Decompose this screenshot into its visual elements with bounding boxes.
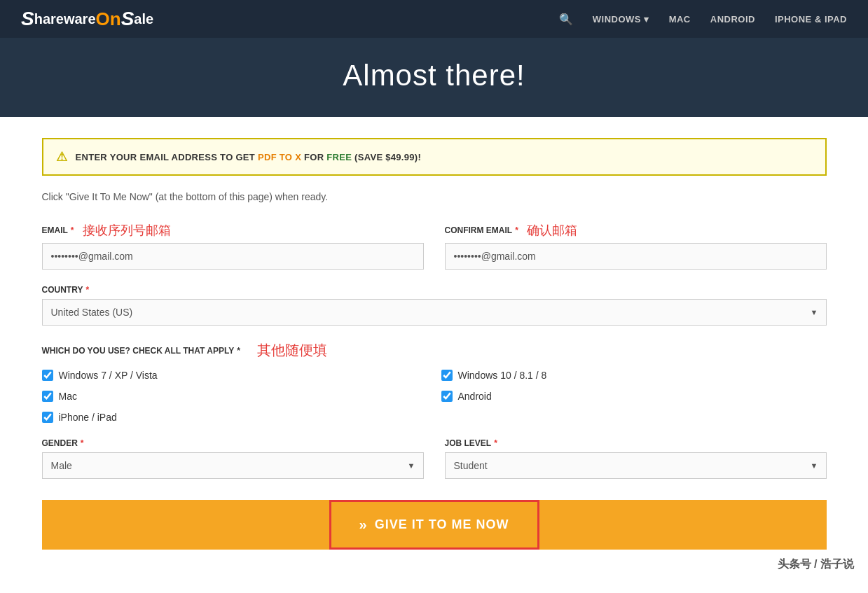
email-input[interactable] <box>42 243 424 270</box>
checkbox-android-input[interactable] <box>441 391 453 402</box>
logo[interactable]: S hareware O n S ale <box>21 8 153 30</box>
checkbox-windows-10: Windows 10 / 8.1 / 8 <box>441 370 827 381</box>
btn-section: » GIVE IT TO ME NOW <box>42 500 827 550</box>
nav-links: 🔍 WINDOWS ▾ MAC ANDROID IPHONE & IPAD <box>559 13 847 26</box>
country-label: COUNTRY* <box>42 285 827 295</box>
btn-outer: » GIVE IT TO ME NOW <box>42 500 827 550</box>
btn-left[interactable] <box>42 500 329 550</box>
checkbox-android: Android <box>441 391 827 402</box>
alert-box: ⚠ ENTER YOUR EMAIL ADDRESS TO GET PDF TO… <box>42 138 827 176</box>
country-select[interactable]: United States (US) United Kingdom (UK) C… <box>42 299 827 326</box>
job-level-col: JOB LEVEL* Student Entry Level Mid Level… <box>445 438 827 479</box>
checkbox-section: WHICH DO YOU USE? CHECK ALL THAT APPLY* … <box>42 341 827 423</box>
email-col: EMAIL* 接收序列号邮箱 <box>42 222 424 270</box>
give-it-to-me-now-button[interactable]: » GIVE IT TO ME NOW <box>333 504 535 545</box>
confirm-email-label: CONFIRM EMAIL* 确认邮箱 <box>445 222 827 239</box>
nav-iphone-ipad[interactable]: IPHONE & IPAD <box>775 14 847 25</box>
other-hint: 其他随便填 <box>257 341 327 360</box>
checkbox-iphone-ipad: iPhone / iPad <box>42 412 427 423</box>
bottom-row: GENDER* Male Female Other Prefer not to … <box>42 438 827 479</box>
checkbox-grid: Windows 7 / XP / Vista Windows 10 / 8.1 … <box>42 370 827 423</box>
watermark: 头条号 / 浩子说 <box>778 557 854 571</box>
warning-icon: ⚠ <box>56 149 67 165</box>
confirm-email-input[interactable] <box>445 243 827 270</box>
hero-title: Almost there! <box>0 59 868 92</box>
confirm-email-col: CONFIRM EMAIL* 确认邮箱 <box>445 222 827 270</box>
gender-col: GENDER* Male Female Other Prefer not to … <box>42 438 424 479</box>
email-chinese-hint: 接收序列号邮箱 <box>83 222 171 239</box>
country-row: COUNTRY* United States (US) United Kingd… <box>42 285 827 326</box>
checkbox-windows-10-input[interactable] <box>441 370 453 381</box>
nav-windows[interactable]: WINDOWS ▾ <box>593 14 649 25</box>
checkbox-mac: Mac <box>42 391 427 402</box>
alert-text: ENTER YOUR EMAIL ADDRESS TO GET PDF TO X… <box>76 152 422 162</box>
checkbox-windows-xp: Windows 7 / XP / Vista <box>42 370 427 381</box>
nav-android[interactable]: ANDROID <box>710 14 755 25</box>
give-it-label: GIVE IT TO ME NOW <box>375 517 509 532</box>
checkbox-section-label: WHICH DO YOU USE? CHECK ALL THAT APPLY* … <box>42 341 827 360</box>
checkbox-mac-input[interactable] <box>42 391 53 402</box>
chevron-icon: » <box>359 517 368 533</box>
gender-label: GENDER* <box>42 438 424 448</box>
country-col: COUNTRY* United States (US) United Kingd… <box>42 285 827 326</box>
confirm-email-chinese-hint: 确认邮箱 <box>527 222 577 239</box>
job-level-select-wrapper: Student Entry Level Mid Level Senior Lev… <box>445 452 827 479</box>
btn-highlight-wrapper: » GIVE IT TO ME NOW <box>329 500 539 550</box>
navbar: S hareware O n S ale 🔍 WINDOWS ▾ MAC AND… <box>0 0 868 38</box>
gender-select-wrapper: Male Female Other Prefer not to say <box>42 452 424 479</box>
checkbox-iphone-ipad-input[interactable] <box>42 412 53 423</box>
country-select-wrapper: United States (US) United Kingdom (UK) C… <box>42 299 827 326</box>
nav-mac[interactable]: MAC <box>669 14 691 25</box>
job-level-label: JOB LEVEL* <box>445 438 827 448</box>
hero-section: Almost there! <box>0 38 868 117</box>
checkbox-windows-xp-input[interactable] <box>42 370 53 381</box>
email-row: EMAIL* 接收序列号邮箱 CONFIRM EMAIL* 确认邮箱 <box>42 222 827 270</box>
btn-right[interactable] <box>539 500 827 550</box>
instruction-text: Click "Give It To Me Now" (at the bottom… <box>42 191 827 202</box>
email-label: EMAIL* 接收序列号邮箱 <box>42 222 424 239</box>
gender-select[interactable]: Male Female Other Prefer not to say <box>42 452 424 479</box>
job-level-select[interactable]: Student Entry Level Mid Level Senior Lev… <box>445 452 827 479</box>
main-content: ⚠ ENTER YOUR EMAIL ADDRESS TO GET PDF TO… <box>21 138 848 550</box>
search-icon[interactable]: 🔍 <box>559 13 573 26</box>
